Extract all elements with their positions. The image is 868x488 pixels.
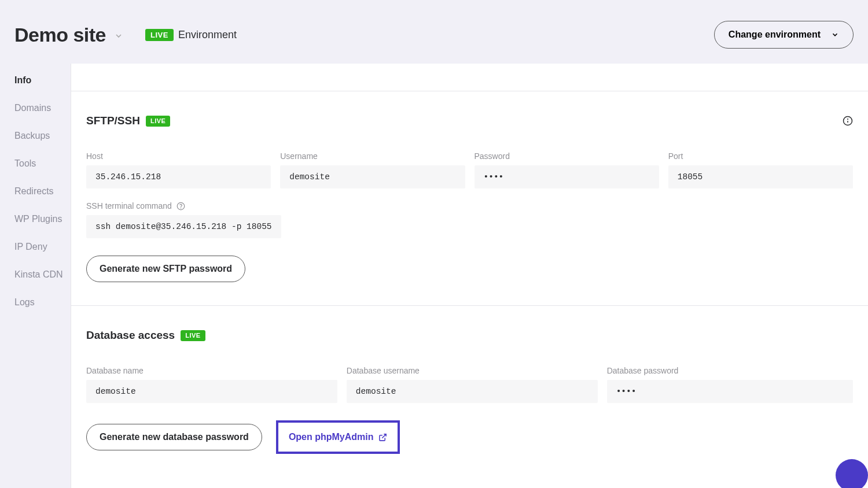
- db-password-value[interactable]: ••••: [607, 380, 853, 403]
- change-environment-label: Change environment: [729, 29, 821, 40]
- chat-fab[interactable]: [836, 459, 868, 488]
- environment-label: Environment: [178, 29, 237, 41]
- generate-sftp-password-button[interactable]: Generate new SFTP password: [86, 256, 245, 282]
- db-username-label: Database username: [347, 366, 598, 375]
- db-name-label: Database name: [86, 366, 337, 375]
- svg-point-4: [181, 208, 181, 208]
- sidebar-item-redirects[interactable]: Redirects: [14, 186, 71, 197]
- panel-top-strip: [71, 64, 868, 91]
- sftp-password-value[interactable]: ••••: [475, 165, 659, 188]
- sftp-password-field: Password ••••: [475, 151, 659, 188]
- sidebar-item-tools[interactable]: Tools: [14, 158, 71, 169]
- database-title: Database access: [86, 329, 175, 342]
- sftp-host-value[interactable]: 35.246.15.218: [86, 165, 271, 188]
- sftp-host-label: Host: [86, 151, 271, 161]
- open-phpmyadmin-button[interactable]: Open phpMyAdmin: [279, 424, 396, 450]
- open-phpmyadmin-highlight: Open phpMyAdmin: [276, 420, 400, 454]
- sftp-username-field: Username demosite: [280, 151, 465, 188]
- sftp-port-field: Port 18055: [668, 151, 853, 188]
- db-name-value[interactable]: demosite: [86, 380, 337, 403]
- sftp-username-label: Username: [280, 151, 465, 161]
- external-link-icon: [378, 433, 387, 442]
- open-phpmyadmin-label: Open phpMyAdmin: [289, 432, 374, 442]
- sidebar-item-domains[interactable]: Domains: [14, 103, 71, 113]
- sftp-port-value[interactable]: 18055: [668, 165, 853, 188]
- sftp-section: SFTP/SSH LIVE Host 35.246.15.218 Usernam…: [71, 91, 868, 305]
- db-password-label: Database password: [607, 366, 853, 375]
- header-left: Demo site LIVE Environment: [14, 24, 237, 46]
- svg-line-5: [382, 434, 386, 438]
- sftp-password-label: Password: [475, 151, 659, 161]
- database-live-badge: LIVE: [181, 330, 205, 341]
- sftp-host-field: Host 35.246.15.218: [86, 151, 271, 188]
- main-content: SFTP/SSH LIVE Host 35.246.15.218 Usernam…: [71, 64, 868, 488]
- change-environment-button[interactable]: Change environment: [714, 21, 854, 49]
- sidebar-item-logs[interactable]: Logs: [14, 297, 71, 308]
- db-username-field: Database username demosite: [347, 366, 598, 403]
- sidebar-item-ip-deny[interactable]: IP Deny: [14, 242, 71, 252]
- db-name-field: Database name demosite: [86, 366, 337, 403]
- live-badge: LIVE: [145, 29, 174, 41]
- svg-point-2: [848, 119, 848, 120]
- site-title: Demo site: [14, 24, 106, 46]
- info-icon[interactable]: [843, 116, 853, 126]
- chevron-down-icon: [831, 31, 839, 39]
- ssh-command-label: SSH terminal command: [86, 201, 172, 210]
- sidebar-item-wp-plugins[interactable]: WP Plugins: [14, 214, 71, 224]
- sftp-username-value[interactable]: demosite: [280, 165, 465, 188]
- svg-point-3: [177, 202, 185, 210]
- sidebar-item-backups[interactable]: Backups: [14, 131, 71, 141]
- db-username-value[interactable]: demosite: [347, 380, 598, 403]
- help-icon[interactable]: [176, 202, 185, 210]
- database-section: Database access LIVE Database name demos…: [71, 305, 868, 488]
- sidebar-item-kinsta-cdn[interactable]: Kinsta CDN: [14, 269, 71, 280]
- sidebar-item-info[interactable]: Info: [14, 75, 71, 86]
- sidebar: Info Domains Backups Tools Redirects WP …: [0, 64, 71, 488]
- page-header: Demo site LIVE Environment Change enviro…: [0, 0, 868, 64]
- site-switcher-chevron[interactable]: [114, 31, 123, 40]
- generate-db-password-button[interactable]: Generate new database password: [86, 424, 262, 450]
- sftp-live-badge: LIVE: [146, 116, 170, 127]
- ssh-command-value[interactable]: ssh demosite@35.246.15.218 -p 18055: [86, 215, 281, 238]
- sftp-title: SFTP/SSH: [86, 114, 140, 127]
- db-password-field: Database password ••••: [607, 366, 853, 403]
- sftp-port-label: Port: [668, 151, 853, 161]
